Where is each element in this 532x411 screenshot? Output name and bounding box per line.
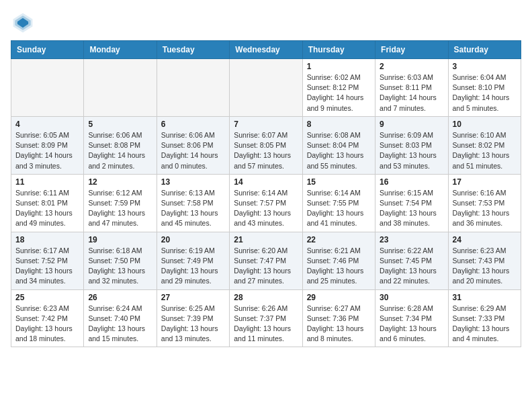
- day-info: Sunrise: 6:24 AM Sunset: 7:40 PM Dayligh…: [88, 304, 152, 345]
- calendar-day-cell: 17Sunrise: 6:16 AM Sunset: 7:53 PM Dayli…: [448, 174, 521, 232]
- logo: [11, 11, 38, 35]
- day-number: 18: [15, 235, 79, 244]
- day-number: 26: [88, 293, 152, 302]
- calendar-day-cell: [11, 59, 84, 117]
- calendar-day-cell: 9Sunrise: 6:09 AM Sunset: 8:03 PM Daylig…: [375, 116, 448, 174]
- day-number: 30: [380, 293, 443, 302]
- header: [11, 11, 521, 35]
- day-number: 16: [380, 177, 443, 187]
- day-info: Sunrise: 6:10 AM Sunset: 8:02 PM Dayligh…: [453, 130, 517, 171]
- calendar-day-cell: 16Sunrise: 6:15 AM Sunset: 7:54 PM Dayli…: [375, 174, 448, 232]
- day-info: Sunrise: 6:16 AM Sunset: 7:53 PM Dayligh…: [453, 188, 517, 229]
- day-info: Sunrise: 6:23 AM Sunset: 7:43 PM Dayligh…: [453, 246, 517, 287]
- day-info: Sunrise: 6:13 AM Sunset: 7:58 PM Dayligh…: [161, 188, 225, 229]
- day-info: Sunrise: 6:04 AM Sunset: 8:10 PM Dayligh…: [453, 73, 517, 113]
- day-of-week-header: Tuesday: [157, 41, 229, 59]
- calendar-week-row: 18Sunrise: 6:17 AM Sunset: 7:52 PM Dayli…: [11, 232, 521, 289]
- calendar-day-cell: 22Sunrise: 6:21 AM Sunset: 7:46 PM Dayli…: [302, 232, 375, 289]
- day-info: Sunrise: 6:28 AM Sunset: 7:34 PM Dayligh…: [380, 304, 443, 345]
- day-number: 8: [307, 120, 371, 129]
- calendar-day-cell: 15Sunrise: 6:14 AM Sunset: 7:55 PM Dayli…: [302, 174, 375, 232]
- calendar-day-cell: 14Sunrise: 6:14 AM Sunset: 7:57 PM Dayli…: [230, 174, 302, 232]
- day-info: Sunrise: 6:08 AM Sunset: 8:04 PM Dayligh…: [307, 130, 371, 171]
- day-number: 28: [234, 293, 298, 302]
- day-info: Sunrise: 6:03 AM Sunset: 8:11 PM Dayligh…: [380, 73, 443, 113]
- calendar-week-row: 11Sunrise: 6:11 AM Sunset: 8:01 PM Dayli…: [11, 174, 521, 232]
- day-number: 1: [307, 62, 371, 71]
- day-of-week-header: Thursday: [302, 41, 375, 59]
- day-number: 13: [161, 177, 225, 187]
- day-number: 2: [380, 62, 443, 71]
- logo-icon: [11, 11, 35, 35]
- calendar-day-cell: 21Sunrise: 6:20 AM Sunset: 7:47 PM Dayli…: [230, 232, 302, 289]
- day-info: Sunrise: 6:27 AM Sunset: 7:36 PM Dayligh…: [307, 304, 371, 345]
- calendar-day-cell: 12Sunrise: 6:12 AM Sunset: 7:59 PM Dayli…: [84, 174, 157, 232]
- calendar-day-cell: 28Sunrise: 6:26 AM Sunset: 7:37 PM Dayli…: [230, 289, 302, 347]
- day-info: Sunrise: 6:23 AM Sunset: 7:42 PM Dayligh…: [15, 304, 79, 345]
- day-number: 19: [88, 235, 152, 244]
- calendar-day-cell: [230, 59, 302, 117]
- day-number: 6: [161, 120, 225, 129]
- day-info: Sunrise: 6:06 AM Sunset: 8:06 PM Dayligh…: [161, 130, 225, 171]
- day-number: 3: [453, 62, 517, 71]
- day-info: Sunrise: 6:14 AM Sunset: 7:57 PM Dayligh…: [234, 188, 298, 229]
- day-number: 29: [307, 293, 371, 302]
- calendar-day-cell: 5Sunrise: 6:06 AM Sunset: 8:08 PM Daylig…: [84, 116, 157, 174]
- day-number: 10: [453, 120, 517, 129]
- calendar-day-cell: 18Sunrise: 6:17 AM Sunset: 7:52 PM Dayli…: [11, 232, 84, 289]
- day-number: 12: [88, 177, 152, 187]
- day-number: 17: [453, 177, 517, 187]
- day-info: Sunrise: 6:29 AM Sunset: 7:33 PM Dayligh…: [453, 304, 517, 345]
- day-number: 31: [453, 293, 517, 302]
- day-number: 5: [88, 120, 152, 129]
- day-info: Sunrise: 6:21 AM Sunset: 7:46 PM Dayligh…: [307, 246, 371, 287]
- calendar-day-cell: 13Sunrise: 6:13 AM Sunset: 7:58 PM Dayli…: [157, 174, 229, 232]
- day-number: 21: [234, 235, 298, 244]
- calendar-day-cell: 31Sunrise: 6:29 AM Sunset: 7:33 PM Dayli…: [448, 289, 521, 347]
- day-info: Sunrise: 6:11 AM Sunset: 8:01 PM Dayligh…: [15, 188, 79, 229]
- calendar-day-cell: 4Sunrise: 6:05 AM Sunset: 8:09 PM Daylig…: [11, 116, 84, 174]
- calendar-day-cell: 26Sunrise: 6:24 AM Sunset: 7:40 PM Dayli…: [84, 289, 157, 347]
- day-of-week-header: Saturday: [448, 41, 521, 59]
- calendar-day-cell: 3Sunrise: 6:04 AM Sunset: 8:10 PM Daylig…: [448, 59, 521, 117]
- day-info: Sunrise: 6:14 AM Sunset: 7:55 PM Dayligh…: [307, 188, 371, 229]
- calendar-day-cell: 6Sunrise: 6:06 AM Sunset: 8:06 PM Daylig…: [157, 116, 229, 174]
- calendar-day-cell: 29Sunrise: 6:27 AM Sunset: 7:36 PM Dayli…: [302, 289, 375, 347]
- day-info: Sunrise: 6:20 AM Sunset: 7:47 PM Dayligh…: [234, 246, 298, 287]
- day-info: Sunrise: 6:02 AM Sunset: 8:12 PM Dayligh…: [307, 73, 371, 113]
- day-info: Sunrise: 6:26 AM Sunset: 7:37 PM Dayligh…: [234, 304, 298, 345]
- day-number: 20: [161, 235, 225, 244]
- day-number: 4: [15, 120, 79, 129]
- day-number: 24: [453, 235, 517, 244]
- day-number: 15: [307, 177, 371, 187]
- calendar-day-cell: 2Sunrise: 6:03 AM Sunset: 8:11 PM Daylig…: [375, 59, 448, 117]
- day-of-week-header: Sunday: [11, 41, 84, 59]
- day-info: Sunrise: 6:18 AM Sunset: 7:50 PM Dayligh…: [88, 246, 152, 287]
- day-number: 25: [15, 293, 79, 302]
- calendar-day-cell: [157, 59, 229, 117]
- day-of-week-header: Monday: [84, 41, 157, 59]
- day-number: 22: [307, 235, 371, 244]
- day-info: Sunrise: 6:22 AM Sunset: 7:45 PM Dayligh…: [380, 246, 443, 287]
- calendar-day-cell: 27Sunrise: 6:25 AM Sunset: 7:39 PM Dayli…: [157, 289, 229, 347]
- calendar-day-cell: 11Sunrise: 6:11 AM Sunset: 8:01 PM Dayli…: [11, 174, 84, 232]
- day-info: Sunrise: 6:19 AM Sunset: 7:49 PM Dayligh…: [161, 246, 225, 287]
- day-number: 7: [234, 120, 298, 129]
- day-number: 23: [380, 235, 443, 244]
- calendar-day-cell: 19Sunrise: 6:18 AM Sunset: 7:50 PM Dayli…: [84, 232, 157, 289]
- calendar-header-row: SundayMondayTuesdayWednesdayThursdayFrid…: [11, 41, 521, 59]
- calendar-day-cell: 1Sunrise: 6:02 AM Sunset: 8:12 PM Daylig…: [302, 59, 375, 117]
- day-info: Sunrise: 6:06 AM Sunset: 8:08 PM Dayligh…: [88, 130, 152, 171]
- calendar: SundayMondayTuesdayWednesdayThursdayFrid…: [11, 40, 521, 347]
- day-number: 9: [380, 120, 443, 129]
- calendar-day-cell: 23Sunrise: 6:22 AM Sunset: 7:45 PM Dayli…: [375, 232, 448, 289]
- day-info: Sunrise: 6:15 AM Sunset: 7:54 PM Dayligh…: [380, 188, 443, 229]
- calendar-week-row: 1Sunrise: 6:02 AM Sunset: 8:12 PM Daylig…: [11, 59, 521, 117]
- day-number: 14: [234, 177, 298, 187]
- calendar-week-row: 4Sunrise: 6:05 AM Sunset: 8:09 PM Daylig…: [11, 116, 521, 174]
- calendar-day-cell: 10Sunrise: 6:10 AM Sunset: 8:02 PM Dayli…: [448, 116, 521, 174]
- calendar-day-cell: 20Sunrise: 6:19 AM Sunset: 7:49 PM Dayli…: [157, 232, 229, 289]
- calendar-day-cell: [84, 59, 157, 117]
- calendar-day-cell: 25Sunrise: 6:23 AM Sunset: 7:42 PM Dayli…: [11, 289, 84, 347]
- day-number: 11: [15, 177, 79, 187]
